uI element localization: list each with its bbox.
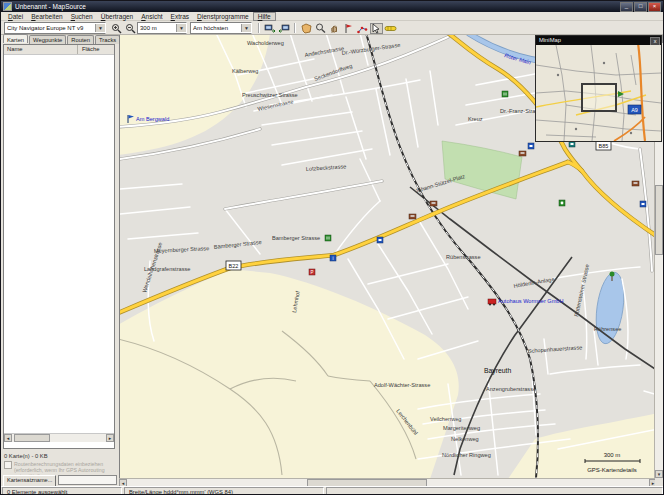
- list-scrollbar[interactable]: ◂ ▸: [4, 433, 114, 442]
- tab-tracks[interactable]: Tracks: [95, 35, 120, 44]
- waypoint-flag-icon: [343, 23, 354, 34]
- svg-text:P: P: [310, 270, 313, 275]
- svg-text:Bamberger Strasse: Bamberger Strasse: [272, 235, 320, 241]
- poi-transit-icon: [528, 143, 534, 149]
- send-to-device-button[interactable]: [264, 23, 277, 34]
- detail-level-select[interactable]: Am höchsten▼: [190, 22, 252, 34]
- close-button[interactable]: ×: [648, 2, 661, 12]
- send-to-device-icon: [264, 23, 276, 34]
- zoom-out-button[interactable]: [124, 23, 137, 34]
- minimap-viewport-rect[interactable]: [582, 84, 616, 111]
- poi-car-icon: [632, 181, 639, 186]
- svg-text:Preuschwitzer Strasse: Preuschwitzer Strasse: [242, 92, 298, 98]
- svg-text:Johann-Stützel-Platz: Johann-Stützel-Platz: [415, 173, 466, 194]
- park-areas: [442, 141, 522, 199]
- minimap-svg: A9: [536, 45, 661, 141]
- menu-ansicht[interactable]: Ansicht: [137, 13, 166, 20]
- poi-car-icon: [409, 214, 416, 219]
- svg-text:Hölderlin-Anlage: Hölderlin-Anlage: [513, 276, 555, 289]
- poi-info-icon: i: [330, 255, 336, 261]
- toolbar-separator: [258, 23, 260, 33]
- menu-suchen[interactable]: Suchen: [67, 13, 97, 20]
- maps-list: Name Fläche ◂ ▸: [3, 44, 115, 449]
- scroll-left-arrow-icon[interactable]: ◂: [4, 434, 12, 442]
- zoom-tool-button[interactable]: [314, 23, 327, 34]
- poi-car-icon: [430, 201, 437, 206]
- svg-text:Adolf-Wächter-Strasse: Adolf-Wächter-Strasse: [374, 382, 430, 388]
- svg-text:Anzengruberstrasse: Anzengruberstrasse: [486, 386, 536, 392]
- svg-text:Nördlicher Ringweg: Nördlicher Ringweg: [442, 452, 491, 458]
- svg-text:Lotzbeckstrasse: Lotzbeckstrasse: [306, 163, 347, 172]
- maximize-button[interactable]: □: [634, 2, 647, 12]
- menu-hilfe[interactable]: Hilfe: [253, 12, 276, 21]
- map-tool-button[interactable]: [300, 23, 313, 34]
- tab-karten[interactable]: Karten: [3, 34, 28, 43]
- include-routing-checkbox[interactable]: [4, 461, 12, 469]
- mapset-name-field[interactable]: [58, 475, 117, 485]
- scroll-right-arrow-icon[interactable]: ▸: [106, 434, 114, 442]
- svg-text:Bayreuth: Bayreuth: [484, 367, 511, 375]
- menu-uebertragen[interactable]: Übertragen: [97, 13, 138, 20]
- svg-text:Kälberweg: Kälberweg: [232, 68, 258, 74]
- poi-restaurant-icon: [502, 91, 508, 97]
- route-tool-button[interactable]: [356, 23, 369, 34]
- status-bar: 0 Elemente ausgewählt Breite/Länge hddd°…: [1, 486, 664, 495]
- minimize-button[interactable]: _: [620, 2, 633, 12]
- waypoint-tool-button[interactable]: [342, 23, 355, 34]
- selected-poi-car-icon: [488, 299, 496, 306]
- map-horizontal-scrollbar[interactable]: ◂ ▸: [119, 478, 657, 486]
- selection-tool-button[interactable]: [370, 23, 383, 34]
- sidebar: Karten Wegpunkte Routen Tracks Name Fläc…: [1, 35, 119, 486]
- svg-text:Andechsstrasse: Andechsstrasse: [304, 45, 344, 58]
- product-select[interactable]: City Navigator Europe NT v9▼: [4, 22, 106, 34]
- tab-wegpunkte[interactable]: Wegpunkte: [29, 35, 66, 44]
- poi-bus-icon: [377, 237, 383, 243]
- column-name[interactable]: Name: [4, 45, 78, 54]
- zoom-in-button[interactable]: [110, 23, 123, 34]
- svg-text:300 m: 300 m: [604, 452, 621, 458]
- scrollbar-thumb[interactable]: [655, 185, 663, 255]
- menu-extras[interactable]: Extras: [167, 13, 193, 20]
- pan-tool-button[interactable]: [328, 23, 341, 34]
- receive-from-device-icon: [278, 23, 290, 34]
- chevron-down-icon: ▼: [176, 24, 186, 32]
- selection-arrow-icon: [371, 23, 381, 34]
- scroll-down-arrow-icon[interactable]: ▾: [655, 470, 663, 478]
- svg-text:Dr.-Würzburger-Strasse: Dr.-Würzburger-Strasse: [341, 42, 400, 56]
- poi-transit-icon: [640, 201, 646, 207]
- chevron-down-icon: ▼: [241, 24, 251, 32]
- magnifier-icon: [315, 23, 326, 34]
- svg-text:Wacholderweg: Wacholderweg: [247, 40, 284, 46]
- toolbar: City Navigator Europe NT v9▼ 300 m▼ Am h…: [1, 22, 663, 35]
- a9-shield: A9: [628, 105, 641, 114]
- tab-routen[interactable]: Routen: [67, 35, 94, 44]
- map-tool-icon: [301, 23, 312, 34]
- poi-car-icon: [519, 151, 526, 156]
- gps-details-label: GPS-Kartendetails: [587, 467, 637, 473]
- svg-text:Pottensteiner Strasse: Pottensteiner Strasse: [573, 264, 590, 318]
- menu-bar: Datei Bearbeiten Suchen Übertragen Ansic…: [1, 12, 663, 21]
- svg-text:A9: A9: [631, 107, 638, 113]
- receive-from-device-button[interactable]: [278, 23, 291, 34]
- map-scale-select[interactable]: 300 m▼: [137, 22, 187, 34]
- poi-restaurant-icon: [325, 235, 331, 241]
- measure-tool-button[interactable]: [384, 23, 397, 34]
- position-format-status: Breite/Länge hddd°mm.mmm' (WGS 84): [124, 487, 324, 495]
- selected-waypoint-label: Am Bergwald: [136, 116, 169, 122]
- menu-datei[interactable]: Datei: [4, 13, 27, 20]
- maps-summary: 0 Karte(n) - 0 KB: [4, 453, 48, 459]
- minimap-title-bar[interactable]: MiniMap x: [536, 36, 661, 45]
- svg-text:Röhrensee: Röhrensee: [594, 326, 621, 332]
- poi-park-icon: [559, 200, 565, 206]
- scrollbar-thumb[interactable]: [14, 434, 50, 442]
- selection-status: 0 Elemente ausgewählt: [2, 487, 122, 495]
- app-icon: [3, 2, 12, 11]
- svg-text:Kreuz: Kreuz: [468, 116, 483, 122]
- toolbar-separator: [294, 23, 296, 33]
- menu-bearbeiten[interactable]: Bearbeiten: [27, 13, 66, 20]
- chevron-down-icon: ▼: [95, 24, 105, 32]
- column-area[interactable]: Fläche: [78, 45, 114, 54]
- menu-dienstprogramme[interactable]: Dienstprogramme: [193, 13, 253, 20]
- title-bar[interactable]: Unbenannt - MapSource _ □ ×: [1, 1, 663, 12]
- scrollbar-corner: [655, 478, 663, 486]
